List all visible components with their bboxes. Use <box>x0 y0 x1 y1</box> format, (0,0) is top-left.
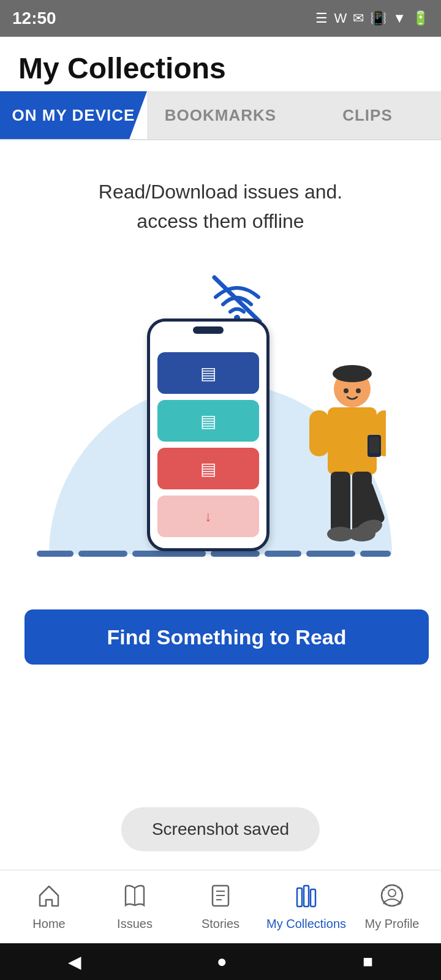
svg-rect-23 <box>304 886 309 907</box>
tab-bookmarks[interactable]: BOOKMARKS <box>147 91 294 139</box>
svg-point-16 <box>356 388 361 393</box>
wifi-icon: ▼ <box>393 10 406 26</box>
illustration: ▤ ▤ ▤ ↓ <box>24 260 417 591</box>
back-button[interactable]: ◀ <box>68 952 81 972</box>
carrier-icon: W <box>334 10 347 26</box>
issues-icon <box>123 883 147 913</box>
main-content: Read/Download issues and. access them of… <box>0 140 441 677</box>
nav-label-my-profile: My Profile <box>365 917 420 931</box>
svg-point-15 <box>344 388 349 393</box>
home-button[interactable]: ● <box>217 952 227 971</box>
tab-on-my-device[interactable]: ON MY DEVICE <box>0 91 147 139</box>
svg-rect-24 <box>311 889 315 907</box>
svg-rect-5 <box>309 410 329 456</box>
system-nav: ◀ ● ■ <box>0 943 441 980</box>
svg-rect-8 <box>369 437 379 453</box>
nav-item-my-profile[interactable]: My Profile <box>349 883 435 931</box>
collections-icon <box>294 883 318 913</box>
bottom-nav: Home Issues Stories <box>0 870 441 943</box>
status-bar: 12:50 ☰ W ✉ 📳 ▼ 🔋 <box>0 0 441 37</box>
svg-point-3 <box>333 365 372 382</box>
tabs-container: ON MY DEVICE BOOKMARKS CLIPS <box>0 91 441 140</box>
header: My Collections <box>0 37 441 91</box>
phone-item-3: ▤ <box>157 448 259 489</box>
sim-icon: ☰ <box>315 10 328 26</box>
vibrate-icon: 📳 <box>370 10 386 26</box>
svg-point-26 <box>388 889 396 897</box>
nav-label-my-collections: My Collections <box>266 917 346 931</box>
phone-illustration: ▤ ▤ ▤ ↓ <box>147 318 270 551</box>
phone-item-2: ▤ <box>157 400 259 442</box>
description-text: Read/Download issues and. access them of… <box>99 177 342 236</box>
screenshot-toast: Screenshot saved <box>121 807 320 851</box>
battery-icon: 🔋 <box>412 10 429 26</box>
svg-rect-22 <box>297 888 302 907</box>
nav-item-issues[interactable]: Issues <box>92 883 178 931</box>
recent-button[interactable]: ■ <box>363 952 373 971</box>
nav-item-home[interactable]: Home <box>6 883 92 931</box>
message-icon: ✉ <box>353 10 364 26</box>
nav-item-stories[interactable]: Stories <box>178 883 263 931</box>
nav-item-my-collections[interactable]: My Collections <box>263 883 349 931</box>
stories-icon <box>208 883 233 913</box>
nav-label-home: Home <box>32 917 65 931</box>
svg-rect-9 <box>331 472 350 533</box>
phone-notch <box>193 326 224 334</box>
profile-icon <box>380 883 404 913</box>
tab-clips[interactable]: CLIPS <box>294 91 441 139</box>
phone-item-1: ▤ <box>157 352 259 394</box>
phone-item-4: ↓ <box>157 496 259 537</box>
find-something-to-read-button[interactable]: Find Something to Read <box>24 609 429 665</box>
home-icon <box>37 883 61 913</box>
person-illustration <box>279 361 386 557</box>
status-time: 12:50 <box>12 9 56 28</box>
status-icons: ☰ W ✉ 📳 ▼ 🔋 <box>315 10 429 26</box>
page-title: My Collections <box>18 51 423 85</box>
nav-label-issues: Issues <box>117 917 153 931</box>
nav-label-stories: Stories <box>202 917 239 931</box>
